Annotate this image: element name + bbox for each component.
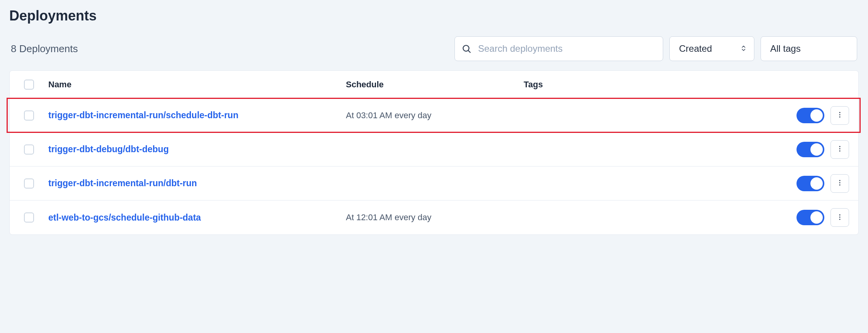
search-input[interactable]: [454, 36, 663, 61]
svg-point-5: [839, 146, 841, 147]
svg-point-7: [839, 150, 841, 151]
sort-select[interactable]: Created: [669, 36, 754, 61]
search-wrap: [454, 36, 663, 61]
column-header-tags: Tags: [524, 80, 781, 90]
table-row: trigger-dbt-incremental-run/schedule-dbt…: [10, 99, 858, 133]
deployment-link[interactable]: etl-web-to-gcs/schedule-github-data: [48, 212, 201, 223]
deployment-link[interactable]: trigger-dbt-incremental-run/dbt-run: [48, 178, 197, 188]
controls-row: 8 Deployments Created All tags: [9, 36, 859, 61]
column-header-name: Name: [48, 80, 346, 90]
svg-point-2: [839, 112, 841, 113]
more-icon: [836, 213, 844, 222]
flow-name: etl-web-to-gcs: [48, 212, 109, 223]
flow-name: trigger-dbt-incremental-run: [48, 110, 163, 120]
deployment-name: schedule-github-data: [111, 212, 201, 223]
enabled-toggle[interactable]: [797, 176, 824, 191]
enabled-toggle[interactable]: [797, 108, 824, 123]
svg-line-1: [468, 51, 470, 53]
tags-filter-label: All tags: [770, 43, 801, 54]
more-icon: [836, 111, 844, 120]
controls-right: Created All tags: [454, 36, 857, 61]
svg-point-9: [839, 182, 841, 183]
page-title: Deployments: [9, 8, 859, 24]
more-actions-button[interactable]: [831, 140, 849, 159]
more-icon: [836, 145, 844, 154]
column-header-schedule: Schedule: [346, 80, 524, 90]
more-actions-button[interactable]: [831, 174, 849, 193]
schedule-cell: At 03:01 AM every day: [346, 110, 524, 121]
table-row: trigger-dbt-incremental-run/dbt-run: [10, 166, 858, 200]
deployment-count: 8 Deployments: [11, 43, 78, 55]
tags-filter-select[interactable]: All tags: [761, 36, 857, 61]
svg-point-13: [839, 219, 841, 220]
table-row: trigger-dbt-debug/dbt-debug: [10, 133, 858, 166]
more-actions-button[interactable]: [831, 208, 849, 227]
deployments-table: Name Schedule Tags trigger-dbt-increment…: [9, 70, 859, 235]
row-checkbox[interactable]: [24, 144, 34, 155]
deployment-name: schedule-dbt-run: [166, 110, 238, 120]
svg-point-11: [839, 214, 841, 215]
deployment-link[interactable]: trigger-dbt-debug/dbt-debug: [48, 144, 169, 154]
row-checkbox[interactable]: [24, 110, 34, 121]
enabled-toggle[interactable]: [797, 210, 824, 225]
select-all-checkbox[interactable]: [24, 80, 34, 90]
table-header: Name Schedule Tags: [10, 71, 858, 99]
svg-point-8: [839, 180, 841, 181]
svg-point-10: [839, 184, 841, 185]
search-icon: [461, 44, 471, 54]
more-icon: [836, 179, 844, 188]
table-row: etl-web-to-gcs/schedule-github-dataAt 12…: [10, 200, 858, 234]
sort-caret-icon: [740, 43, 747, 54]
svg-point-6: [839, 148, 841, 150]
sort-select-label: Created: [679, 43, 712, 54]
flow-name: trigger-dbt-incremental-run: [48, 178, 163, 188]
row-checkbox[interactable]: [24, 178, 34, 189]
deployment-name: dbt-debug: [125, 144, 168, 154]
svg-point-12: [839, 216, 841, 217]
deployment-link[interactable]: trigger-dbt-incremental-run/schedule-dbt…: [48, 110, 238, 120]
schedule-cell: At 12:01 AM every day: [346, 212, 524, 223]
flow-name: trigger-dbt-debug: [48, 144, 123, 154]
deployment-name: dbt-run: [166, 178, 197, 188]
svg-point-3: [839, 114, 841, 116]
enabled-toggle[interactable]: [797, 142, 824, 157]
svg-point-4: [839, 116, 841, 117]
more-actions-button[interactable]: [831, 106, 849, 125]
row-checkbox[interactable]: [24, 212, 34, 223]
